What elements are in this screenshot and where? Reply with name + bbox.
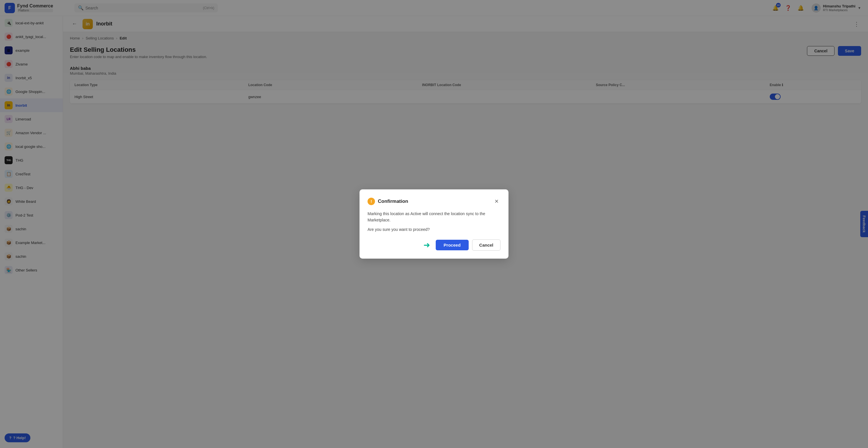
dialog-body-line2: Are you sure you want to proceed? [368, 226, 500, 233]
dialog-footer: ➜ Proceed Cancel [368, 239, 500, 251]
confirmation-dialog: ! Confirmation ✕ Marking this location a… [360, 189, 508, 259]
dialog-header: ! Confirmation ✕ [368, 197, 500, 205]
dialog-body-line1: Marking this location as Active will con… [368, 211, 500, 223]
proceed-button[interactable]: Proceed [436, 240, 469, 250]
dialog-cancel-button[interactable]: Cancel [472, 239, 500, 251]
modal-overlay: ! Confirmation ✕ Marking this location a… [0, 0, 868, 448]
dialog-title: Confirmation [378, 199, 490, 204]
dialog-close-button[interactable]: ✕ [492, 197, 500, 205]
warning-icon: ! [368, 198, 375, 205]
dialog-body: Marking this location as Active will con… [368, 211, 500, 233]
arrow-hint-icon: ➜ [424, 240, 430, 250]
